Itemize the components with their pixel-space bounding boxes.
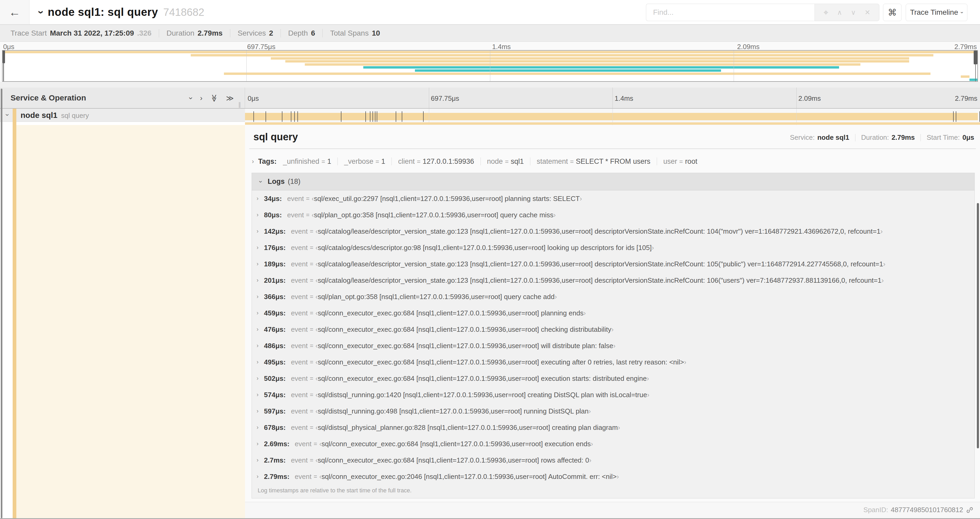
log-timestamp: 597μs:	[264, 407, 286, 415]
copy-link-icon[interactable]	[966, 506, 974, 514]
log-field-value: sql/catalog/lease/descriptor_version_sta…	[318, 227, 880, 235]
log-timestamp: 80μs:	[264, 211, 282, 219]
expand-one-icon[interactable]: ›	[200, 94, 202, 102]
log-quote-open: ‹	[315, 260, 318, 268]
log-entry[interactable]: ›34μs:event=‹sql/exec_util.go:2297 [nsql…	[252, 190, 974, 207]
tag-item: statement=SELECT * FROM users	[537, 157, 651, 166]
log-field-key: event	[287, 195, 304, 203]
trace-view-app: ← › node sql1: sql query 7418682 Find...…	[0, 0, 980, 519]
log-equals: =	[310, 375, 313, 382]
log-entry[interactable]: ›495μs:event=‹sql/conn_executor_exec.go:…	[252, 354, 974, 370]
log-entry[interactable]: ›176μs:event=‹sql/catalog/descs/descript…	[252, 240, 974, 256]
log-entry[interactable]: ›2.79ms:event=‹sql/conn_executor_exec.go…	[252, 468, 974, 485]
find-group: Find... ⌖ ∧ ∨ ✕	[646, 4, 879, 21]
log-field-value: sql/conn_executor_exec.go:2046 [nsql1,cl…	[322, 473, 617, 481]
view-selector-button[interactable]: Trace Timeline ›	[906, 4, 967, 21]
span-row-label[interactable]: › node sql1 sql query	[0, 109, 245, 122]
log-equals: =	[306, 211, 310, 219]
tag-value: root	[685, 157, 697, 166]
log-field-key: event	[295, 473, 312, 481]
span-collapse-chevron-icon[interactable]: ›	[3, 114, 11, 116]
scrubber-right-handle[interactable]	[974, 51, 977, 64]
meta-item: Services2	[238, 29, 273, 37]
log-marker-tick	[423, 111, 423, 122]
log-field-value: sql/conn_executor_exec.go:684 [nsql1,cli…	[318, 456, 589, 465]
expand-all-icon[interactable]: ≫	[226, 94, 234, 102]
span-duration-bar[interactable]	[245, 113, 978, 120]
log-entry[interactable]: ›366μs:event=‹sql/plan_opt.go:358 [nsql1…	[252, 289, 974, 305]
find-next-icon[interactable]: ∨	[851, 8, 856, 17]
log-equals: =	[310, 408, 313, 415]
log-marker-tick	[372, 111, 373, 122]
tick-label: 2.79ms	[955, 43, 977, 51]
log-quote-open: ‹	[315, 293, 318, 301]
log-field-value: sql/distsql_running.go:1420 [nsql1,clien…	[318, 391, 647, 399]
find-prev-icon[interactable]: ∧	[837, 8, 842, 17]
log-entry[interactable]: ›80μs:event=‹sql/plan_opt.go:358 [nsql1,…	[252, 207, 974, 223]
log-entry[interactable]: ›2.7ms:event=‹sql/conn_executor_exec.go:…	[252, 452, 974, 468]
log-quote-open: ‹	[315, 309, 318, 317]
spanid-group: SpanID: 4877749850101760812	[863, 506, 974, 514]
log-entry[interactable]: ›476μs:event=‹sql/conn_executor_exec.go:…	[252, 321, 974, 338]
focus-target-icon[interactable]: ⌖	[824, 8, 828, 18]
log-chevron-icon: ›	[256, 195, 264, 202]
log-entry[interactable]: ›201μs:event=‹sql/catalog/lease/descript…	[252, 272, 974, 289]
log-chevron-icon: ›	[256, 342, 264, 349]
expanded-span-indent-area	[16, 125, 245, 518]
keyboard-shortcuts-button[interactable]: ⌘	[883, 4, 902, 21]
log-entry[interactable]: ›574μs:event=‹sql/distsql_running.go:142…	[252, 386, 974, 403]
log-timestamp: 2.69ms:	[264, 440, 290, 448]
find-clear-icon[interactable]: ✕	[865, 8, 870, 17]
tag-value: sql1	[511, 157, 524, 166]
log-quote-open: ‹	[315, 276, 318, 284]
minimap-span-bar	[961, 75, 969, 78]
back-button[interactable]: ←	[0, 0, 30, 24]
logs-header[interactable]: › Logs (18)	[252, 173, 974, 190]
log-chevron-icon: ›	[256, 244, 264, 251]
log-quote-open: ‹	[315, 374, 318, 383]
minimap-span-bar	[285, 60, 909, 62]
collapse-all-icon[interactable]: ≫	[210, 94, 219, 102]
minimap-scrubber[interactable]	[2, 50, 978, 82]
log-entry[interactable]: ›486μs:event=‹sql/conn_executor_exec.go:…	[252, 338, 974, 354]
log-field-key: event	[291, 293, 308, 301]
log-entry[interactable]: ›597μs:event=‹sql/distsql_running.go:498…	[252, 403, 974, 419]
log-equals: =	[310, 310, 313, 317]
page-scrollbar[interactable]	[977, 203, 979, 448]
tags-row[interactable]: › Tags: _unfinished=1_verbose=1client=12…	[252, 155, 974, 168]
log-entry[interactable]: ›189μs:event=‹sql/catalog/lease/descript…	[252, 256, 974, 272]
log-marker-tick	[402, 111, 402, 122]
log-timestamp: 366μs:	[264, 293, 286, 301]
collapse-trace-chevron-icon[interactable]: ›	[35, 10, 47, 14]
trace-meta-bar: Trace StartMarch 31 2022, 17:25:09.326Du…	[0, 25, 980, 42]
log-field-key: event	[291, 276, 308, 284]
log-entry[interactable]: ›2.69ms:event=‹sql/conn_executor_exec.go…	[252, 436, 974, 452]
span-detail-panel: sql query Service:node sql1Duration:2.79…	[245, 125, 980, 502]
log-marker-tick	[365, 111, 366, 122]
column-resizer-grip[interactable]: ∥	[238, 101, 241, 108]
find-input[interactable]: Find...	[646, 4, 815, 21]
scrubber-left-handle[interactable]	[3, 51, 5, 63]
log-chevron-icon: ›	[256, 441, 264, 447]
log-field-value: sql/exec_util.go:2297 [nsql1,client=127.…	[314, 195, 580, 203]
log-entry[interactable]: ›678μs:event=‹sql/distsql_physical_plann…	[252, 419, 974, 436]
detail-footer-bar: SpanID: 4877749850101760812	[245, 502, 980, 518]
span-list-scrollbar[interactable]	[1, 89, 2, 518]
collapse-one-icon[interactable]: ›	[186, 97, 195, 99]
log-quote-open: ‹	[315, 342, 318, 350]
log-field-key: event	[291, 391, 308, 399]
log-quote-close: ›	[555, 293, 557, 301]
log-quote-close: ›	[584, 309, 586, 317]
span-operation-name: sql query	[61, 112, 89, 120]
log-entry[interactable]: ›459μs:event=‹sql/conn_executor_exec.go:…	[252, 305, 974, 321]
tag-key: _unfinished	[283, 157, 319, 166]
log-entry[interactable]: ›502μs:event=‹sql/conn_executor_exec.go:…	[252, 370, 974, 386]
tag-key: node	[487, 157, 503, 166]
log-marker-tick	[396, 111, 396, 122]
meta-value-suffix: .326	[137, 29, 152, 37]
tag-item: client=127.0.0.1:59936	[398, 157, 474, 166]
log-field-key: event	[291, 407, 308, 415]
log-entry[interactable]: ›142μs:event=‹sql/catalog/lease/descript…	[252, 223, 974, 240]
timeline-minimap: 0μs697.75μs1.4ms2.09ms2.79ms	[0, 42, 980, 82]
log-field-value: sql/conn_executor_exec.go:684 [nsql1,cli…	[318, 358, 684, 366]
